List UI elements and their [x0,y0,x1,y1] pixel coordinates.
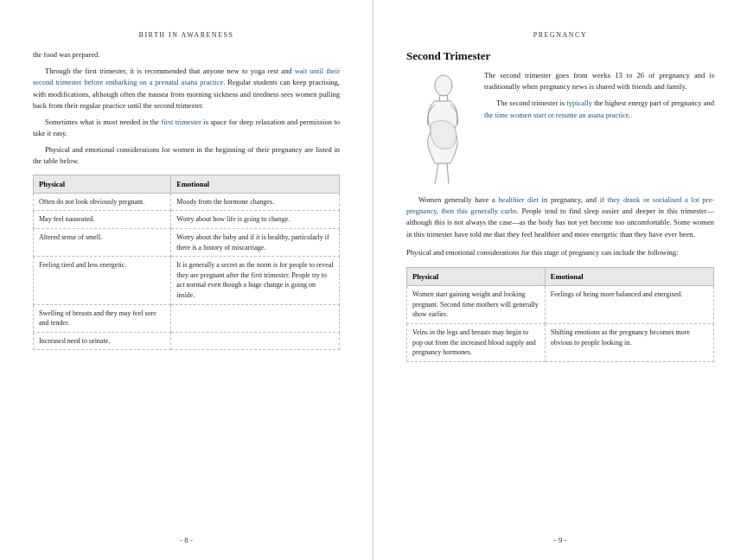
left-row5-physical: Swelling of breasts and they may feel so… [34,304,171,332]
table-row: Feeling tired and less energetic. It is … [34,257,340,304]
table-row: Often do not look obviously pregnant. Mo… [34,193,340,211]
right-para-3: Women generally have a healthier diet in… [406,194,714,240]
left-table-header-physical: Physical [34,175,171,193]
svg-line-1 [439,95,440,101]
right-header: PREGNANCY [406,31,714,39]
left-body: the food was prepared. Through the first… [33,49,340,168]
right-page: PREGNANCY Second Trimester [374,0,747,560]
left-page: BIRTH IN AWARENESS the food was prepared… [0,0,374,560]
left-para-2: Sometimes what is most needed in the fir… [33,117,340,139]
svg-point-0 [435,75,452,96]
left-row3-physical: Altered sense of smell. [34,229,171,257]
svg-line-2 [447,95,448,101]
left-row1-emotional: Moody from the hormone changes. [171,193,340,211]
table-row: Swelling of breasts and they may feel so… [34,304,340,332]
left-table-header-emotional: Emotional [171,175,340,193]
right-table-header-emotional: Emotional [545,267,713,285]
right-para-2: The second trimester is typically the hi… [484,98,714,120]
right-top-section: The second trimester goes from weeks 13 … [406,70,714,186]
table-row: Increased need to urinate. [34,332,340,350]
left-row2-emotional: Worry about how life is going to change. [171,211,340,229]
right-row1-emotional: Feelings of being more balanced and ener… [545,286,713,324]
left-row3-emotional: Worry about the baby and if it is health… [171,229,340,257]
right-para-1: The second trimester goes from weeks 13 … [484,70,714,92]
right-table-header-physical: Physical [407,267,546,285]
svg-line-3 [435,163,438,184]
right-row1-physical: Women start gaining weight and looking p… [407,286,546,324]
right-body-lower: Women generally have a healthier diet in… [406,194,714,258]
left-header: BIRTH IN AWARENESS [33,31,340,39]
table-row: Altered sense of smell. Worry about the … [34,229,340,257]
right-text-block: The second trimester goes from weeks 13 … [484,70,714,186]
left-para-3: Physical and emotional considerations fo… [33,144,340,167]
left-table: Physical Emotional Often do not look obv… [33,175,340,351]
book-spread: BIRTH IN AWARENESS the food was prepared… [0,0,747,560]
right-para-4: Physical and emotional considerations fo… [406,247,714,258]
table-row: May feel nauseated. Worry about how life… [34,211,340,229]
left-row4-physical: Feeling tired and less energetic. [34,257,171,304]
right-page-number: - 9 - [374,536,747,544]
left-page-number: - 8 - [0,536,373,544]
left-row1-physical: Often do not look obviously pregnant. [34,193,171,211]
right-row2-physical: Veins in the legs and breasts may begin … [407,323,546,361]
left-row6-physical: Increased need to urinate. [34,332,171,350]
left-row2-physical: May feel nauseated. [34,211,171,229]
figure-area [406,70,476,186]
section-title: Second Trimester [406,49,714,63]
table-row: Women start gaining weight and looking p… [407,286,714,324]
table-row: Veins in the legs and breasts may begin … [407,323,714,361]
left-para-1: Through the first trimester, it is recom… [33,66,340,111]
pregnancy-figure-icon [411,73,471,186]
right-table: Physical Emotional Women start gaining w… [406,267,714,362]
right-row2-emotional: Shifting emotions as the pregnancy becom… [545,323,713,361]
left-para-0: the food was prepared. [33,49,340,60]
svg-line-4 [447,163,449,184]
left-row6-emotional [171,332,340,350]
left-row5-emotional [171,304,340,332]
left-row4-emotional: It is generally a secret as the norm is … [171,257,340,304]
